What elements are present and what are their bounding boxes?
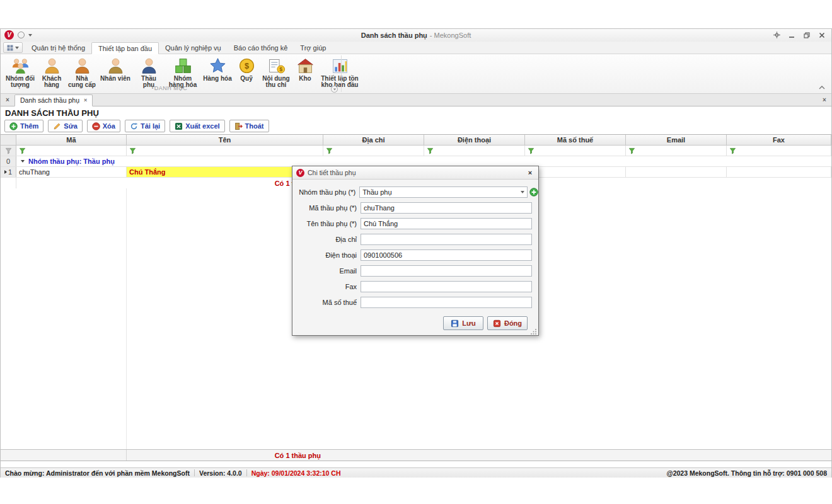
excel-icon — [175, 122, 183, 130]
save-icon — [451, 319, 459, 328]
reload-button[interactable]: Tải lại — [125, 120, 165, 132]
plus-circle-icon — [529, 188, 538, 197]
focused-row-arrow-icon — [4, 170, 7, 174]
filter-cell-fax[interactable] — [727, 146, 831, 156]
row-indicator: 1 — [1, 167, 16, 177]
add-group-button[interactable] — [529, 188, 538, 197]
ribbon-item-thiet-lap-ton-kho[interactable]: Thiết lập tồn kho ban đầu — [317, 56, 362, 89]
plus-circle-icon — [9, 122, 18, 130]
cashflow-icon: $ — [267, 57, 286, 75]
column-header-ma-so-thue[interactable]: Mã số thuế — [525, 135, 626, 145]
group-combobox-value: Thầu phụ — [362, 188, 391, 196]
close-icon[interactable] — [816, 30, 828, 40]
action-toolbar: Thêm Sửa Xóa Tải lại Xuất excel — [4, 120, 269, 132]
minus-circle-icon — [92, 122, 100, 130]
filter-cell-email[interactable] — [626, 146, 727, 156]
ribbon-item-quy[interactable]: $ Quỹ — [234, 56, 259, 83]
footer-summary-text: Có 1 thầu phụ — [129, 452, 321, 459]
ribbon-items: Nhóm đối tượng Khách hàng Nhà cung cấp N… — [3, 56, 362, 89]
filter-cell-ma-so-thue[interactable] — [525, 146, 626, 156]
desktop: V Danh sách thầu phụ- MekongSoft — [0, 0, 832, 504]
dialog-titlebar[interactable]: V Chi tiết thầu phụ × — [292, 166, 538, 180]
ribbon-collapse-icon[interactable] — [818, 84, 826, 91]
tax-code-field[interactable] — [361, 297, 532, 308]
cell-ma[interactable]: chuThang — [16, 167, 127, 177]
group-row-label: Nhóm thầu phụ: Thầu phụ — [28, 158, 115, 165]
exit-button[interactable]: Thoát — [229, 120, 269, 132]
address-field[interactable] — [361, 234, 532, 245]
filter-cell-dien-thoai[interactable] — [424, 146, 525, 156]
export-excel-button[interactable]: Xuất excel — [170, 120, 224, 132]
ribbon-tab-thiet-lap-ban-dau[interactable]: Thiết lập ban đầu — [91, 42, 159, 54]
status-copyright: @2023 MekongSoft. Thông tin hỗ trợ: 0901… — [666, 469, 827, 477]
chevron-down-icon[interactable] — [521, 191, 524, 193]
group-combobox[interactable]: Thầu phụ — [359, 186, 528, 198]
collapse-group-icon[interactable] — [21, 160, 25, 163]
restore-icon[interactable] — [801, 30, 812, 40]
row-indicator-header — [1, 135, 16, 145]
ribbon-item-noi-dung-thu-chi[interactable]: $ Nội dung thu chi — [259, 56, 293, 89]
dialog-close-icon[interactable]: × — [526, 169, 534, 176]
ribbon-tab-quan-ly-nghiep-vu[interactable]: Quản lý nghiệp vụ — [159, 42, 228, 54]
titlebar: V Danh sách thầu phụ- MekongSoft — [1, 29, 831, 42]
code-field[interactable] — [361, 202, 532, 214]
settings-icon[interactable] — [771, 30, 782, 40]
ribbon-item-nhan-vien[interactable]: Nhân viên — [98, 56, 133, 83]
document-tab-strip: × Danh sách thầu phụ × × — [1, 94, 831, 106]
filter-icon — [528, 147, 534, 154]
employee-icon — [107, 57, 125, 75]
filter-cell-ma[interactable] — [16, 146, 127, 156]
fund-icon: $ — [238, 57, 256, 75]
minimize-icon[interactable] — [786, 30, 797, 40]
ribbon-item-nhom-doi-tuong[interactable]: Nhóm đối tượng — [3, 56, 37, 89]
ribbon-tab-quan-tri-he-thong[interactable]: Quản trị hệ thống — [25, 42, 91, 54]
supplier-icon — [73, 57, 91, 75]
close-button[interactable]: Đóng — [487, 316, 528, 330]
group-options-icon[interactable] — [331, 86, 338, 93]
fax-field[interactable] — [361, 281, 532, 292]
tab-strip-close-left-icon[interactable]: × — [3, 95, 13, 105]
cell-ma-so-thue[interactable] — [525, 167, 626, 177]
add-button[interactable]: Thêm — [4, 120, 43, 132]
column-header-email[interactable]: Email — [626, 135, 727, 145]
phone-field[interactable] — [361, 249, 532, 261]
close-box-icon — [493, 319, 501, 328]
app-logo-icon: V — [296, 169, 304, 177]
email-field[interactable] — [361, 265, 532, 277]
save-button[interactable]: Lưu — [443, 316, 483, 330]
ribbon-item-khach-hang[interactable]: Khách hàng — [37, 56, 66, 89]
column-header-dia-chi[interactable]: Địa chỉ — [323, 135, 424, 145]
resize-grip[interactable] — [531, 328, 537, 335]
delete-button[interactable]: Xóa — [87, 120, 120, 132]
status-date: Ngày: 09/01/2024 3:32:10 CH — [251, 469, 341, 477]
edit-button[interactable]: Sửa — [48, 120, 82, 132]
ribbon-tab-bao-cao-thong-ke[interactable]: Báo cáo thống kê — [228, 42, 294, 54]
ribbon-tab-strip: Quản trị hệ thống Thiết lập ban đầu Quản… — [1, 42, 831, 54]
column-header-dien-thoai[interactable]: Điện thoại — [424, 135, 525, 145]
ribbon-item-thau-phu[interactable]: Thầu phụ — [133, 56, 165, 89]
filter-cell-ten[interactable] — [127, 146, 323, 156]
ribbon-item-hang-hoa[interactable]: Hàng hóa — [201, 56, 234, 83]
tax-code-field-label: Mã số thuế — [296, 299, 357, 306]
tab-strip-close-right-icon[interactable]: × — [819, 95, 829, 105]
filter-icon — [628, 147, 635, 154]
column-header-ma[interactable]: Mã — [16, 135, 127, 145]
dialog-title: Chi tiết thầu phụ — [308, 169, 355, 176]
filter-cell-dia-chi[interactable] — [323, 146, 424, 156]
ribbon-tab-tro-giup[interactable]: Trợ giúp — [294, 42, 332, 54]
exit-icon — [234, 122, 243, 130]
code-field-label: Mã thầu phụ (*) — [296, 204, 357, 212]
cell-fax[interactable] — [727, 167, 831, 177]
ribbon-item-kho[interactable]: Kho — [293, 56, 317, 83]
tab-danh-sach-thau-phu[interactable]: Danh sách thầu phụ × — [14, 94, 93, 106]
application-menu-button[interactable] — [3, 42, 23, 53]
name-field[interactable] — [361, 218, 532, 229]
people-group-icon — [11, 57, 30, 75]
ribbon-item-nha-cung-cap[interactable]: Nhà cung cấp — [66, 56, 98, 89]
ribbon-item-nhom-hang-hoa[interactable]: Nhóm hàng hóa — [165, 56, 201, 89]
column-header-ten[interactable]: Tên — [127, 135, 323, 145]
status-version: Version: 4.0.0 — [199, 469, 242, 477]
column-header-fax[interactable]: Fax — [727, 135, 831, 145]
tab-close-icon[interactable]: × — [84, 97, 87, 103]
cell-email[interactable] — [626, 167, 727, 177]
